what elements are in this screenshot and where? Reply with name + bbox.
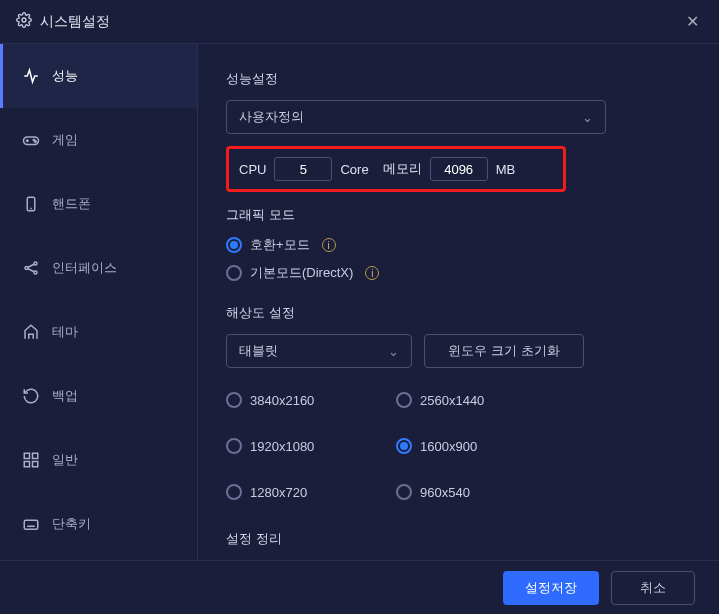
memory-input[interactable] (430, 157, 488, 181)
general-icon (22, 451, 40, 469)
sidebar-item-label: 핸드폰 (52, 195, 91, 213)
resolution-option[interactable]: 1280x720 (226, 484, 376, 500)
memory-label: 메모리 (383, 160, 422, 178)
resolution-grid: 3840x2160 2560x1440 1920x1080 1600x900 1… (226, 382, 691, 510)
resolution-option[interactable]: 1920x1080 (226, 438, 376, 454)
sidebar-item-label: 단축키 (52, 515, 91, 533)
radio-icon (396, 438, 412, 454)
sidebar-item-label: 성능 (52, 67, 78, 85)
core-label: Core (340, 162, 368, 177)
resolution-option[interactable]: 960x540 (396, 484, 546, 500)
svg-point-5 (25, 267, 28, 270)
resolution-label: 1920x1080 (250, 439, 314, 454)
perf-preset-select[interactable]: 사용자정의 ⌄ (226, 100, 606, 134)
performance-icon (22, 67, 40, 85)
sidebar-item-general[interactable]: 일반 (0, 428, 197, 492)
button-label: 취소 (640, 580, 666, 595)
sidebar-item-shortcut[interactable]: 단축키 (0, 492, 197, 556)
game-icon (22, 131, 40, 149)
sidebar-item-label: 테마 (52, 323, 78, 341)
cpu-label: CPU (239, 162, 266, 177)
theme-icon (22, 323, 40, 341)
sidebar-item-game[interactable]: 게임 (0, 108, 197, 172)
footer: 설정저장 취소 (0, 560, 719, 614)
close-icon[interactable]: ✕ (682, 8, 703, 35)
sidebar: 성능 게임 핸드폰 인터페이스 테마 백업 일반 단축키 (0, 44, 198, 560)
sidebar-item-label: 일반 (52, 451, 78, 469)
sidebar-item-performance[interactable]: 성능 (0, 44, 197, 108)
sidebar-item-label: 백업 (52, 387, 78, 405)
graphics-section-label: 그래픽 모드 (226, 206, 691, 224)
graphics-option-directx[interactable]: 기본모드(DirectX) i (226, 264, 691, 282)
perf-section-label: 성능설정 (226, 70, 691, 88)
svg-rect-12 (24, 520, 38, 529)
cpu-memory-highlight: CPU Core 메모리 MB (226, 146, 566, 192)
svg-point-3 (35, 141, 37, 143)
resolution-label: 1280x720 (250, 485, 307, 500)
info-icon[interactable]: i (365, 266, 379, 280)
radio-icon (226, 484, 242, 500)
svg-rect-11 (33, 462, 38, 467)
chevron-down-icon: ⌄ (582, 110, 593, 125)
window-title: 시스템설정 (40, 13, 110, 31)
window-size-reset-button[interactable]: 윈도우 크기 초기화 (424, 334, 584, 368)
memory-unit: MB (496, 162, 516, 177)
radio-icon (226, 265, 242, 281)
radio-icon (396, 484, 412, 500)
cpu-input[interactable] (274, 157, 332, 181)
chevron-down-icon: ⌄ (388, 344, 399, 359)
save-button[interactable]: 설정저장 (503, 571, 599, 605)
cleanup-section-label: 설정 정리 (226, 530, 691, 548)
sidebar-item-label: 인터페이스 (52, 259, 117, 277)
svg-point-0 (22, 18, 26, 22)
sidebar-item-backup[interactable]: 백업 (0, 364, 197, 428)
button-label: 윈도우 크기 초기화 (448, 342, 559, 360)
sidebar-item-theme[interactable]: 테마 (0, 300, 197, 364)
resolution-mode-value: 태블릿 (239, 342, 278, 360)
radio-icon (226, 438, 242, 454)
sidebar-item-interface[interactable]: 인터페이스 (0, 236, 197, 300)
main-panel: 성능설정 사용자정의 ⌄ CPU Core 메모리 MB 그래픽 모드 호환+모… (198, 44, 719, 560)
resolution-option[interactable]: 2560x1440 (396, 392, 546, 408)
interface-icon (22, 259, 40, 277)
graphics-option-label: 호환+모드 (250, 236, 310, 254)
resolution-mode-select[interactable]: 태블릿 ⌄ (226, 334, 412, 368)
svg-rect-9 (33, 453, 38, 458)
svg-point-7 (34, 271, 37, 274)
graphics-option-label: 기본모드(DirectX) (250, 264, 353, 282)
resolution-option[interactable]: 3840x2160 (226, 392, 376, 408)
svg-point-6 (34, 262, 37, 265)
gear-icon (16, 12, 32, 31)
sidebar-item-phone[interactable]: 핸드폰 (0, 172, 197, 236)
resolution-option[interactable]: 1600x900 (396, 438, 546, 454)
cancel-button[interactable]: 취소 (611, 571, 695, 605)
resolution-label: 960x540 (420, 485, 470, 500)
shortcut-icon (22, 515, 40, 533)
button-label: 설정저장 (525, 580, 577, 595)
resolution-label: 3840x2160 (250, 393, 314, 408)
radio-icon (226, 392, 242, 408)
resolution-label: 2560x1440 (420, 393, 484, 408)
info-icon[interactable]: i (322, 238, 336, 252)
perf-preset-value: 사용자정의 (239, 108, 304, 126)
radio-icon (226, 237, 242, 253)
svg-rect-8 (24, 453, 29, 458)
phone-icon (22, 195, 40, 213)
svg-rect-10 (24, 462, 29, 467)
sidebar-item-label: 게임 (52, 131, 78, 149)
resolution-section-label: 해상도 설정 (226, 304, 691, 322)
resolution-label: 1600x900 (420, 439, 477, 454)
graphics-option-compat[interactable]: 호환+모드 i (226, 236, 691, 254)
backup-icon (22, 387, 40, 405)
radio-icon (396, 392, 412, 408)
